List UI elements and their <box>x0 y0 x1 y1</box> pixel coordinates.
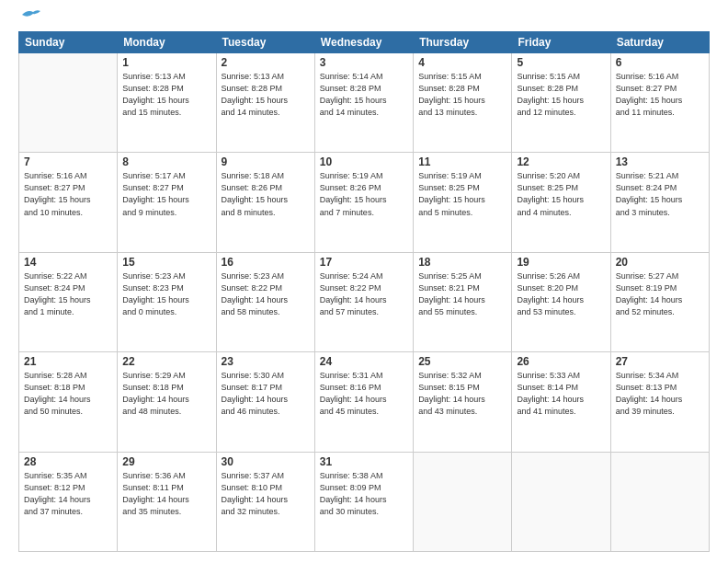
calendar-cell: 11Sunrise: 5:19 AM Sunset: 8:25 PM Dayli… <box>414 153 512 252</box>
cell-info: Sunrise: 5:21 AM Sunset: 8:24 PM Dayligh… <box>616 170 704 218</box>
calendar-cell <box>19 53 118 153</box>
calendar-cell: 24Sunrise: 5:31 AM Sunset: 8:16 PM Dayli… <box>314 352 413 452</box>
day-number: 29 <box>122 455 210 468</box>
calendar-cell <box>414 452 512 551</box>
calendar-col-header: Tuesday <box>216 32 314 53</box>
day-number: 19 <box>517 256 605 269</box>
cell-info: Sunrise: 5:32 AM Sunset: 8:15 PM Dayligh… <box>418 370 506 418</box>
day-number: 7 <box>24 155 112 168</box>
calendar-week-row: 14Sunrise: 5:22 AM Sunset: 8:24 PM Dayli… <box>19 252 710 351</box>
calendar-week-row: 1Sunrise: 5:13 AM Sunset: 8:28 PM Daylig… <box>19 53 710 153</box>
day-number: 3 <box>320 56 408 69</box>
calendar-cell: 8Sunrise: 5:17 AM Sunset: 8:27 PM Daylig… <box>118 153 216 252</box>
calendar-cell <box>512 452 610 551</box>
cell-info: Sunrise: 5:15 AM Sunset: 8:28 PM Dayligh… <box>517 71 605 119</box>
cell-info: Sunrise: 5:37 AM Sunset: 8:10 PM Dayligh… <box>222 470 310 518</box>
day-number: 10 <box>320 155 408 168</box>
calendar-col-header: Friday <box>512 32 610 53</box>
cell-info: Sunrise: 5:23 AM Sunset: 8:22 PM Dayligh… <box>222 270 310 318</box>
cell-info: Sunrise: 5:14 AM Sunset: 8:28 PM Dayligh… <box>320 71 408 119</box>
cell-info: Sunrise: 5:27 AM Sunset: 8:19 PM Dayligh… <box>616 270 704 318</box>
calendar-cell: 7Sunrise: 5:16 AM Sunset: 8:27 PM Daylig… <box>19 153 118 252</box>
cell-info: Sunrise: 5:15 AM Sunset: 8:28 PM Dayligh… <box>418 71 506 119</box>
cell-info: Sunrise: 5:23 AM Sunset: 8:23 PM Dayligh… <box>122 270 210 318</box>
calendar-cell: 1Sunrise: 5:13 AM Sunset: 8:28 PM Daylig… <box>118 53 216 153</box>
cell-info: Sunrise: 5:24 AM Sunset: 8:22 PM Dayligh… <box>320 270 408 318</box>
day-number: 27 <box>616 355 704 368</box>
calendar-cell: 26Sunrise: 5:33 AM Sunset: 8:14 PM Dayli… <box>512 352 610 452</box>
day-number: 23 <box>222 355 310 368</box>
calendar-cell: 12Sunrise: 5:20 AM Sunset: 8:25 PM Dayli… <box>512 153 610 252</box>
calendar-cell: 25Sunrise: 5:32 AM Sunset: 8:15 PM Dayli… <box>414 352 512 452</box>
day-number: 25 <box>418 355 506 368</box>
cell-info: Sunrise: 5:22 AM Sunset: 8:24 PM Dayligh… <box>24 270 112 318</box>
day-number: 24 <box>320 355 408 368</box>
day-number: 28 <box>24 455 112 468</box>
calendar-cell: 5Sunrise: 5:15 AM Sunset: 8:28 PM Daylig… <box>512 53 610 153</box>
calendar-col-header: Monday <box>118 32 216 53</box>
day-number: 9 <box>222 155 310 168</box>
calendar-col-header: Thursday <box>414 32 512 53</box>
day-number: 16 <box>222 256 310 269</box>
cell-info: Sunrise: 5:20 AM Sunset: 8:25 PM Dayligh… <box>517 170 605 218</box>
logo-bird-icon <box>20 7 40 22</box>
day-number: 26 <box>517 355 605 368</box>
cell-info: Sunrise: 5:29 AM Sunset: 8:18 PM Dayligh… <box>122 370 210 418</box>
logo <box>18 15 40 22</box>
calendar-week-row: 21Sunrise: 5:28 AM Sunset: 8:18 PM Dayli… <box>19 352 710 452</box>
calendar-cell: 21Sunrise: 5:28 AM Sunset: 8:18 PM Dayli… <box>19 352 118 452</box>
cell-info: Sunrise: 5:16 AM Sunset: 8:27 PM Dayligh… <box>616 71 704 119</box>
day-number: 21 <box>24 355 112 368</box>
day-number: 6 <box>616 56 704 69</box>
calendar-cell: 13Sunrise: 5:21 AM Sunset: 8:24 PM Dayli… <box>610 153 709 252</box>
calendar-cell: 20Sunrise: 5:27 AM Sunset: 8:19 PM Dayli… <box>610 252 709 351</box>
cell-info: Sunrise: 5:13 AM Sunset: 8:28 PM Dayligh… <box>222 71 310 119</box>
day-number: 5 <box>517 56 605 69</box>
day-number: 2 <box>222 56 310 69</box>
calendar-cell: 29Sunrise: 5:36 AM Sunset: 8:11 PM Dayli… <box>118 452 216 551</box>
day-number: 30 <box>222 455 310 468</box>
calendar-cell: 14Sunrise: 5:22 AM Sunset: 8:24 PM Dayli… <box>19 252 118 351</box>
cell-info: Sunrise: 5:36 AM Sunset: 8:11 PM Dayligh… <box>122 470 210 518</box>
calendar-cell: 28Sunrise: 5:35 AM Sunset: 8:12 PM Dayli… <box>19 452 118 551</box>
cell-info: Sunrise: 5:28 AM Sunset: 8:18 PM Dayligh… <box>24 370 112 418</box>
cell-info: Sunrise: 5:33 AM Sunset: 8:14 PM Dayligh… <box>517 370 605 418</box>
day-number: 13 <box>616 155 704 168</box>
calendar-header-row: SundayMondayTuesdayWednesdayThursdayFrid… <box>19 32 710 53</box>
day-number: 11 <box>418 155 506 168</box>
day-number: 4 <box>418 56 506 69</box>
day-number: 20 <box>616 256 704 269</box>
calendar-cell: 22Sunrise: 5:29 AM Sunset: 8:18 PM Dayli… <box>118 352 216 452</box>
calendar-cell: 30Sunrise: 5:37 AM Sunset: 8:10 PM Dayli… <box>216 452 314 551</box>
cell-info: Sunrise: 5:13 AM Sunset: 8:28 PM Dayligh… <box>122 71 210 119</box>
calendar-cell: 9Sunrise: 5:18 AM Sunset: 8:26 PM Daylig… <box>216 153 314 252</box>
calendar-cell: 16Sunrise: 5:23 AM Sunset: 8:22 PM Dayli… <box>216 252 314 351</box>
cell-info: Sunrise: 5:18 AM Sunset: 8:26 PM Dayligh… <box>222 170 310 218</box>
header <box>18 15 710 22</box>
calendar-cell: 19Sunrise: 5:26 AM Sunset: 8:20 PM Dayli… <box>512 252 610 351</box>
day-number: 22 <box>122 355 210 368</box>
calendar-col-header: Wednesday <box>314 32 413 53</box>
calendar-col-header: Sunday <box>19 32 118 53</box>
cell-info: Sunrise: 5:35 AM Sunset: 8:12 PM Dayligh… <box>24 470 112 518</box>
calendar-col-header: Saturday <box>610 32 709 53</box>
calendar-week-row: 7Sunrise: 5:16 AM Sunset: 8:27 PM Daylig… <box>19 153 710 252</box>
cell-info: Sunrise: 5:17 AM Sunset: 8:27 PM Dayligh… <box>122 170 210 218</box>
calendar-cell: 2Sunrise: 5:13 AM Sunset: 8:28 PM Daylig… <box>216 53 314 153</box>
day-number: 8 <box>122 155 210 168</box>
calendar-cell: 17Sunrise: 5:24 AM Sunset: 8:22 PM Dayli… <box>314 252 413 351</box>
cell-info: Sunrise: 5:19 AM Sunset: 8:26 PM Dayligh… <box>320 170 408 218</box>
day-number: 12 <box>517 155 605 168</box>
calendar-cell: 15Sunrise: 5:23 AM Sunset: 8:23 PM Dayli… <box>118 252 216 351</box>
calendar-cell: 27Sunrise: 5:34 AM Sunset: 8:13 PM Dayli… <box>610 352 709 452</box>
cell-info: Sunrise: 5:34 AM Sunset: 8:13 PM Dayligh… <box>616 370 704 418</box>
calendar-week-row: 28Sunrise: 5:35 AM Sunset: 8:12 PM Dayli… <box>19 452 710 551</box>
calendar-table: SundayMondayTuesdayWednesdayThursdayFrid… <box>18 31 710 552</box>
cell-info: Sunrise: 5:19 AM Sunset: 8:25 PM Dayligh… <box>418 170 506 218</box>
calendar-cell: 3Sunrise: 5:14 AM Sunset: 8:28 PM Daylig… <box>314 53 413 153</box>
cell-info: Sunrise: 5:26 AM Sunset: 8:20 PM Dayligh… <box>517 270 605 318</box>
calendar-cell: 10Sunrise: 5:19 AM Sunset: 8:26 PM Dayli… <box>314 153 413 252</box>
calendar-cell <box>610 452 709 551</box>
calendar-cell: 4Sunrise: 5:15 AM Sunset: 8:28 PM Daylig… <box>414 53 512 153</box>
day-number: 15 <box>122 256 210 269</box>
